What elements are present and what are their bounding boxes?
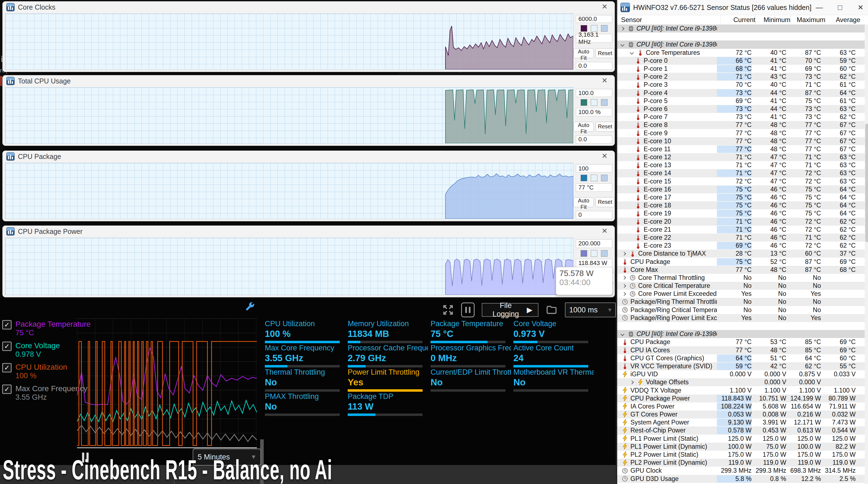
sensor-row[interactable]: E-core 10 77 °C 48 °C 77 °C 67 °C: [617, 137, 865, 145]
sensor-row[interactable]: P-core 5 69 °C 41 °C 75 °C 61 °C: [617, 97, 865, 105]
pause-button[interactable]: [461, 303, 475, 317]
sensor-row[interactable]: CPU [#0]: Intel Core i9-13980HX: Enhance…: [617, 330, 865, 338]
hwinfo-titlebar[interactable]: HWiNFO32 v7.66-5271 Sensor Status [266 v…: [617, 0, 868, 15]
sensor-row[interactable]: CPU Package Power 118.843 W 10.751 W 124…: [617, 395, 865, 402]
sensor-row[interactable]: PL1 Power Limit (Static) 125.0 W 125.0 W…: [617, 435, 865, 443]
temperature-graph-plot[interactable]: [5, 163, 574, 219]
close-icon[interactable]: ✕: [601, 76, 608, 85]
sensor-row[interactable]: P-core 4 73 °C 44 °C 87 °C 64 °C: [617, 89, 865, 97]
window-titlebar[interactable]: CPU Package ✕: [2, 151, 615, 162]
power-graph-plot[interactable]: [5, 238, 574, 295]
close-button[interactable]: ✕: [852, 0, 868, 15]
sensor-row[interactable]: PL2 Power Limit (Static) 175.0 W 175.0 W…: [617, 451, 865, 459]
chevron-icon[interactable]: [622, 283, 627, 289]
series-color-swatch[interactable]: [581, 25, 587, 32]
sensor-row[interactable]: Core Temperatures 72 °C 40 °C 87 °C 63 °…: [617, 49, 865, 57]
reset-button[interactable]: Reset: [595, 48, 615, 58]
legend-checkbox[interactable]: ✓: [2, 342, 11, 351]
sensor-row[interactable]: Core Max 77 °C 48 °C 87 °C 68 °C: [617, 266, 865, 274]
sensor-row[interactable]: P-core 1 68 °C 41 °C 69 °C 60 °C: [617, 65, 865, 73]
reset-button[interactable]: Reset: [595, 122, 615, 132]
auto-fit-button[interactable]: Auto Fit: [574, 197, 594, 207]
column-current[interactable]: Current: [720, 15, 755, 25]
sensor-row[interactable]: PL1 Power Limit (Dynamic) 100.0 W 75.0 W…: [617, 443, 865, 451]
sensor-row[interactable]: E-core 19 75 °C 46 °C 75 °C 64 °C: [617, 209, 865, 217]
clock-graph-plot[interactable]: [5, 13, 574, 70]
sensor-row[interactable]: P-core 2 71 °C 43 °C 73 °C 62 °C: [617, 73, 865, 81]
sensor-row[interactable]: Core Power Limit Exceeded Yes No Yes: [617, 290, 865, 298]
sensor-row[interactable]: PL2 Power Limit (Dynamic) 119.0 W 119.0 …: [617, 459, 865, 467]
expand-icon[interactable]: [442, 303, 454, 316]
file-logging-button[interactable]: File Logging ▶: [482, 303, 538, 317]
chevron-icon[interactable]: [622, 275, 627, 280]
close-icon[interactable]: ✕: [601, 2, 608, 11]
sensor-row[interactable]: E-core 18 75 °C 46 °C 75 °C 64 °C: [617, 201, 865, 209]
sensor-row[interactable]: P-core 0 66 °C 41 °C 70 °C 59 °C: [617, 57, 865, 65]
sensor-row[interactable]: E-core 13 71 °C 47 °C 71 °C 63 °C: [617, 161, 865, 169]
sensor-row[interactable]: CPU IA Cores 77 °C 48 °C 85 °C 69 °C: [617, 346, 865, 354]
sensor-row[interactable]: Voltage Offsets 0.000 V 0.000 V: [617, 378, 865, 386]
auto-fit-button[interactable]: Auto Fit: [574, 48, 594, 58]
scrollbar-thumb[interactable]: [865, 124, 868, 242]
scale-min-input[interactable]: 0.0: [576, 62, 612, 70]
sensor-row[interactable]: Package/Ring Thermal Throttling No No No: [617, 298, 865, 306]
sensor-row[interactable]: [617, 32, 865, 40]
sensor-row[interactable]: Core Distance to TjMAX 28 °C 13 °C 60 °C…: [617, 250, 865, 258]
polling-interval-dropdown[interactable]: 1000 ms ▼: [565, 303, 616, 317]
window-titlebar[interactable]: Core Clocks ✕: [2, 1, 615, 13]
chevron-icon[interactable]: [629, 50, 635, 55]
background-color-swatch[interactable]: [591, 250, 597, 257]
series-color-swatch[interactable]: [581, 250, 587, 257]
reset-button[interactable]: Reset: [595, 197, 615, 207]
chevron-icon[interactable]: [629, 379, 635, 385]
sensor-row[interactable]: Core Critical Temperature No No No: [617, 282, 865, 290]
chevron-icon[interactable]: [622, 291, 627, 297]
minimize-button[interactable]: —: [810, 0, 828, 15]
sensor-row[interactable]: CPU [#0]: Intel Core i9-13980HX: DTS: [617, 40, 865, 49]
sensor-row[interactable]: E-core 21 71 °C 46 °C 72 °C 62 °C: [617, 226, 865, 234]
sensor-row[interactable]: Package/Ring Power Limit Exceeded Yes No…: [617, 314, 865, 322]
close-icon[interactable]: ✕: [601, 227, 608, 235]
sensor-row[interactable]: IA Cores Power 108.224 W 5.608 W 116.654…: [617, 402, 865, 410]
chevron-icon[interactable]: [620, 26, 625, 31]
sensor-row[interactable]: GPU Clock 299.3 MHz 299.3 MHz 698.3 MHz …: [617, 467, 865, 475]
sensor-row[interactable]: E-core 16 75 °C 46 °C 75 °C 64 °C: [617, 186, 865, 193]
background-color-swatch[interactable]: [591, 99, 597, 106]
sensor-row[interactable]: VR VCC Temperature (SVID) 59 °C 42 °C 62…: [617, 362, 865, 370]
grid-color-swatch[interactable]: [601, 175, 608, 181]
sensor-row[interactable]: GT Cores Power 0.053 W 0.008 W 0.216 W 0…: [617, 410, 865, 419]
scrollbar[interactable]: [865, 25, 868, 484]
series-color-swatch[interactable]: [581, 175, 587, 181]
legend-checkbox[interactable]: ✓: [2, 363, 11, 372]
auto-fit-button[interactable]: Auto Fit: [574, 122, 594, 132]
sensor-row[interactable]: GPU D3D Utilizations 0.0 % 0.0 %: [617, 483, 865, 484]
sensor-row[interactable]: [617, 322, 865, 330]
sensor-row[interactable]: E-core 9 77 °C 48 °C 77 °C 67 °C: [617, 129, 865, 137]
legend-checkbox[interactable]: ✓: [2, 320, 11, 330]
sensor-row[interactable]: E-core 20 71 °C 46 °C 72 °C 62 °C: [617, 218, 865, 226]
sensor-row[interactable]: E-core 23 69 °C 46 °C 72 °C 62 °C: [617, 241, 865, 250]
sensor-row[interactable]: GPU D3D Usage 5.8 % 0.8 % 12.2 % 2.5 %: [617, 475, 865, 483]
column-maximum[interactable]: Maximum: [790, 15, 825, 25]
sensor-row[interactable]: Core Thermal Throttling No No No: [617, 274, 865, 282]
sensor-row[interactable]: Package/Ring Critical Temperature No No …: [617, 306, 865, 314]
usage-graph-plot[interactable]: [5, 87, 574, 144]
sensor-row[interactable]: P-core 7 73 °C 41 °C 73 °C 62 °C: [617, 113, 865, 121]
window-titlebar[interactable]: Total CPU Usage ✕: [2, 75, 615, 87]
scale-min-input[interactable]: 0: [576, 211, 612, 219]
background-color-swatch[interactable]: [591, 25, 597, 32]
chevron-icon[interactable]: [622, 251, 627, 256]
maximize-button[interactable]: □: [831, 0, 849, 15]
column-average[interactable]: Average: [825, 15, 868, 25]
wrench-icon[interactable]: [244, 301, 255, 312]
sensor-row[interactable]: VDDQ TX Voltage 1.100 V 1.100 V 1.100 V …: [617, 386, 865, 394]
sensor-row[interactable]: System Agent Power 9.130 W 3.991 W 12.17…: [617, 419, 865, 426]
sensor-row[interactable]: E-core 11 77 °C 48 °C 77 °C 67 °C: [617, 145, 865, 153]
background-color-swatch[interactable]: [591, 175, 597, 181]
sensor-row[interactable]: E-core 22 71 °C 46 °C 71 °C 62 °C: [617, 234, 865, 241]
legend-checkbox[interactable]: ✓: [2, 385, 11, 394]
sensor-row[interactable]: E-core 12 71 °C 47 °C 71 °C 63 °C: [617, 153, 865, 161]
sensor-table-header[interactable]: Sensor Current Minimum Maximum Average: [617, 15, 868, 25]
chevron-icon[interactable]: [620, 332, 625, 337]
scale-max-input[interactable]: 100.0: [576, 89, 612, 97]
